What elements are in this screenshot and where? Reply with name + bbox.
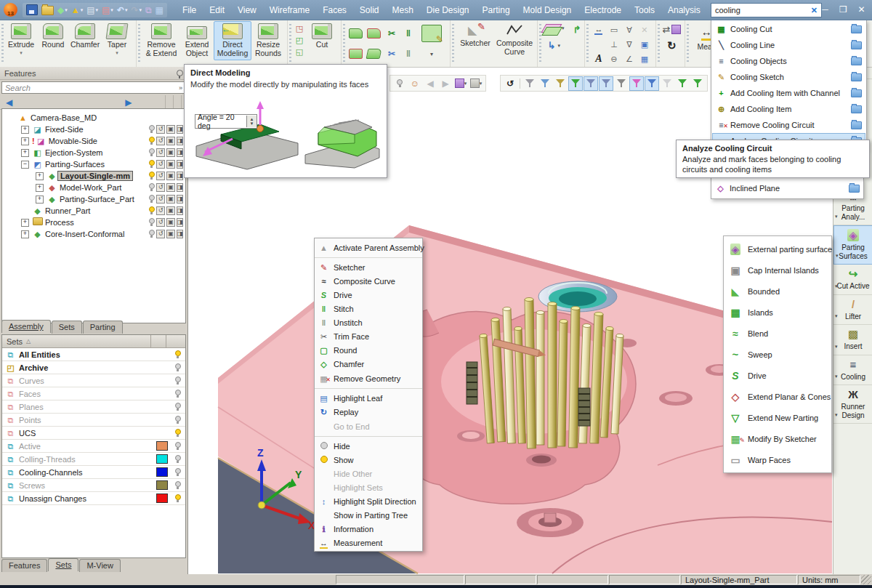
redo-button[interactable]: ↷▾ xyxy=(130,4,142,17)
menubar-item[interactable]: Mold Design xyxy=(517,1,578,20)
tree-row[interactable]: ! Runner_Part ↺ ▣ ◨ xyxy=(2,205,185,217)
tree-row[interactable]: ! Ejection-System ↺ ▣ ◨ xyxy=(2,147,185,158)
taper-button[interactable]: Taper▾ xyxy=(102,21,132,58)
notify-icon[interactable]: ◨ xyxy=(177,172,183,180)
replay-history-icon[interactable]: ↻ xyxy=(667,39,677,52)
search-options-icon[interactable]: » xyxy=(179,84,182,92)
search-result-item[interactable]: Add Cooling Item xyxy=(712,101,865,117)
panel-tab[interactable]: Features xyxy=(1,559,47,572)
sidebar-tool-item[interactable]: Runner Design ▾ xyxy=(833,385,872,424)
filter-funnel-button[interactable] xyxy=(660,76,674,91)
datum-dim-icon[interactable]: ∀ xyxy=(626,25,632,35)
nav-forward-icon[interactable]: ▶ xyxy=(438,76,453,91)
face-blend-icon[interactable] xyxy=(367,28,381,39)
context-menu-item[interactable]: Trim Face xyxy=(315,329,422,343)
context-menu-item[interactable]: Activate Parent Assembly xyxy=(315,240,422,258)
axis-pick-icon[interactable]: ↱ xyxy=(573,24,581,35)
reference-icon[interactable]: ▣ xyxy=(166,230,175,238)
move-dim-icon[interactable]: ▣ xyxy=(641,40,648,49)
visibility-bulb-icon[interactable] xyxy=(148,160,155,169)
flyout-arrow-icon[interactable]: ▾ xyxy=(835,313,838,319)
filter-funnel-button[interactable] xyxy=(553,76,568,91)
parting-menu-item[interactable]: External parting surface xyxy=(724,238,831,259)
new-part-dropdown[interactable]: ◆▾ xyxy=(57,4,68,17)
visibility-bulb-icon[interactable] xyxy=(174,429,181,438)
linear-dim-icon[interactable]: ↔ xyxy=(594,25,602,35)
context-menu-item[interactable]: Highlight Leaf xyxy=(315,391,422,405)
menubar-item[interactable]: File xyxy=(176,1,203,20)
leader-dim-icon[interactable]: ⊥ xyxy=(610,40,618,49)
visibility-bulb-icon[interactable] xyxy=(148,218,155,227)
visibility-bulb-icon[interactable] xyxy=(174,403,181,411)
tree-expand-toggle[interactable] xyxy=(21,230,29,238)
panel-tab[interactable]: M-View xyxy=(79,559,120,572)
parting-menu-item[interactable]: Extend New Parting xyxy=(724,407,831,428)
tree-row[interactable]: ! Fixed-Side ↺ ▣ ◨ xyxy=(2,124,185,135)
suppress-icon[interactable]: ↺ xyxy=(156,195,165,204)
visibility-bulb-icon[interactable] xyxy=(174,481,181,490)
filter-funnel-button[interactable] xyxy=(629,76,644,91)
color-swatch[interactable] xyxy=(156,480,168,490)
unstitch-icon[interactable]: ‖ xyxy=(406,49,411,59)
face-trim-icon[interactable]: ✂ xyxy=(388,28,395,39)
suppress-icon[interactable]: ↺ xyxy=(156,230,165,238)
notify-icon[interactable]: ◨ xyxy=(177,125,183,134)
category-folder-icon[interactable] xyxy=(851,57,862,65)
report-dropdown[interactable]: ▤▾ xyxy=(101,4,114,17)
face-bound-icon[interactable] xyxy=(349,49,363,59)
search-result-item[interactable]: Cooling Sketch xyxy=(712,69,865,85)
flyout-arrow-icon[interactable]: ▾ xyxy=(835,214,838,220)
tree-row[interactable]: ! Core-Insert-Conformal ↺ ▣ ◨ xyxy=(2,228,185,240)
cut-face-icon[interactable]: ◱ xyxy=(294,47,305,57)
visibility-bulb-icon[interactable] xyxy=(148,172,155,180)
category-folder-icon[interactable] xyxy=(849,185,860,193)
suppress-icon[interactable]: ↺ xyxy=(156,183,165,192)
drawing-dropdown[interactable]: ▤▾ xyxy=(86,4,99,17)
menubar-item[interactable]: Solid xyxy=(353,1,386,20)
reference-icon[interactable]: ▣ xyxy=(166,172,175,180)
rotate-view-icon[interactable]: ↺ xyxy=(503,76,517,91)
tree-expand-toggle[interactable] xyxy=(21,149,29,157)
visibility-bulb-icon[interactable] xyxy=(148,183,155,192)
tree-tab[interactable]: Assembly xyxy=(1,320,51,333)
context-menu-item[interactable]: Measurement xyxy=(315,536,422,549)
tree-row[interactable]: ! Model-Work_Part ↺ ▣ ◨ xyxy=(2,182,185,193)
tree-back-arrow[interactable]: ◀ xyxy=(6,98,12,107)
context-menu-item[interactable]: Show in Parting Tree xyxy=(315,508,422,522)
context-menu-item[interactable]: Unstitch xyxy=(315,315,422,329)
filter-funnel-button[interactable] xyxy=(645,76,659,91)
open-button[interactable] xyxy=(41,4,54,17)
set-row[interactable]: Screws xyxy=(2,479,185,492)
composite-curve-button[interactable]: Composite Curve xyxy=(496,21,533,59)
tree-row[interactable]: ! Movable-Side ↺ ▣ ◨ xyxy=(2,135,185,147)
close-button[interactable]: ✕ xyxy=(852,0,871,19)
reference-icon[interactable]: ▣ xyxy=(166,183,175,192)
visibility-bulb-icon[interactable] xyxy=(174,390,181,398)
parting-menu-item[interactable]: Sweep xyxy=(724,344,831,365)
notify-icon[interactable]: ◨ xyxy=(177,218,183,227)
tree-expand-toggle[interactable] xyxy=(36,196,44,204)
tree-row[interactable]: ! Layout-Single-mm ↺ ▣ ◨ xyxy=(2,170,185,182)
color-swatch[interactable] xyxy=(156,467,168,477)
face-split-icon[interactable]: ✂ xyxy=(388,49,395,59)
context-menu-item[interactable]: Remove Geometry xyxy=(315,371,422,389)
menubar-item[interactable]: Analysis xyxy=(661,1,707,20)
context-menu-item[interactable]: Go to End xyxy=(315,419,422,437)
filter-funnel-button[interactable] xyxy=(690,76,705,91)
search-result-item[interactable]: Cooling Cut xyxy=(712,21,865,37)
tree-expand-toggle[interactable] xyxy=(36,184,44,192)
maximize-button[interactable]: ❒ xyxy=(834,0,852,19)
suppress-icon[interactable]: ↺ xyxy=(156,218,165,227)
context-menu-item[interactable]: Hide Other xyxy=(315,467,422,480)
panels-button[interactable]: ▦ xyxy=(155,4,164,17)
sidebar-tool-item[interactable]: Parting Surfaces ▾ xyxy=(833,225,872,265)
delete-dim-icon[interactable]: ✕ xyxy=(641,25,647,35)
nav-back-icon[interactable]: ◀ xyxy=(423,76,437,91)
search-result-item-overflow[interactable]: Inclined Plane xyxy=(711,178,864,199)
filter-funnel-button[interactable] xyxy=(614,76,629,91)
save-button[interactable] xyxy=(25,4,39,17)
suppress-icon[interactable]: ↺ xyxy=(156,137,165,145)
parting-menu-item[interactable]: Bounded xyxy=(724,281,831,302)
plane-icon[interactable] xyxy=(541,24,562,33)
face-sketch-dropdown[interactable]: ▾ xyxy=(430,51,433,57)
